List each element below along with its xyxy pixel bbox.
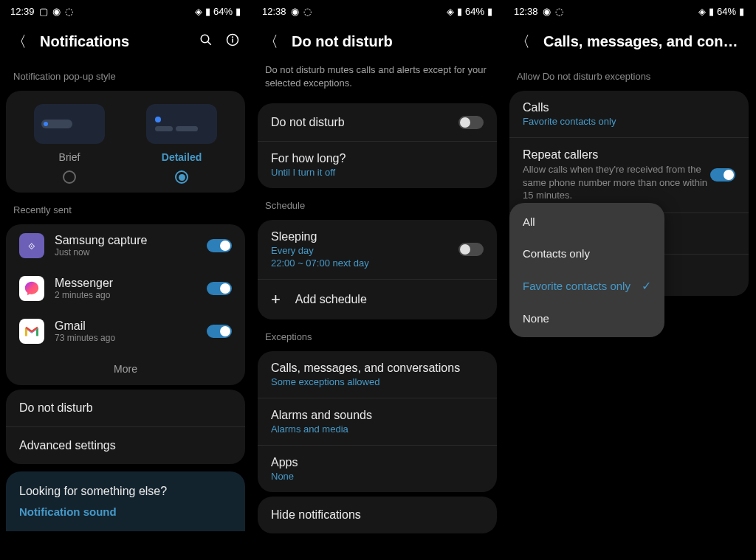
- battery-icon: ▮: [487, 6, 492, 17]
- dnd-description: Do not disturb mutes calls and alerts ex…: [252, 63, 503, 99]
- status-time: 12:38: [514, 6, 538, 17]
- add-schedule-row[interactable]: + Add schedule: [258, 280, 497, 319]
- status-bar: 12:38 ◉ ◌ ◈ ▮ 64% ▮: [252, 0, 503, 21]
- messenger-app-icon: [19, 276, 44, 301]
- apps-row[interactable]: Apps None: [258, 446, 497, 492]
- wifi-icon: ◈: [195, 6, 202, 17]
- brief-label: Brief: [59, 151, 80, 163]
- calls-title: Calls: [523, 101, 735, 114]
- radio-brief[interactable]: [63, 170, 76, 184]
- sleeping-title: Sleeping: [271, 230, 458, 243]
- dnd-toggle-label: Do not disturb: [271, 116, 458, 129]
- alarms-row[interactable]: Alarms and sounds Alarms and media: [258, 398, 497, 446]
- schedule-label: Schedule: [252, 193, 503, 215]
- screen-notifications: 12:39 ▢ ◉ ◌ ◈ ▮ 64% ▮ 〈 Notifications No…: [0, 0, 252, 560]
- sleeping-toggle[interactable]: [458, 243, 484, 256]
- info-icon[interactable]: [226, 33, 239, 50]
- status-time: 12:39: [10, 6, 35, 17]
- app-name: Samsung capture: [55, 234, 196, 247]
- app-toggle[interactable]: [207, 282, 232, 295]
- header: 〈 Do not disturb: [252, 21, 503, 63]
- signal-icon: ▮: [457, 6, 462, 17]
- how-long-subtitle: Until I turn it off: [271, 167, 484, 178]
- dnd-toggle[interactable]: [458, 116, 484, 129]
- battery-percent: 64%: [465, 6, 484, 17]
- app-time: Just now: [55, 247, 196, 257]
- apps-subtitle: None: [271, 471, 484, 482]
- messenger-icon: ◉: [291, 6, 299, 17]
- how-long-title: For how long?: [271, 152, 484, 165]
- allow-exceptions-label: Allow Do not disturb exceptions: [504, 63, 755, 86]
- app-row-gmail[interactable]: Gmail 73 minutes ago: [6, 310, 245, 353]
- radio-detailed[interactable]: [175, 170, 188, 184]
- highlight-title: Looking for something else?: [19, 485, 232, 498]
- add-schedule-label: Add schedule: [295, 293, 367, 306]
- settings-card: Do not disturb Advanced settings: [6, 390, 245, 464]
- hide-card: Hide notifications: [258, 497, 497, 533]
- how-long-row[interactable]: For how long? Until I turn it off: [258, 142, 497, 188]
- highlight-card: Looking for something else? Notification…: [6, 471, 245, 531]
- sleeping-line1: Every day: [271, 245, 458, 256]
- app-time: 2 minutes ago: [55, 290, 196, 300]
- signal-icon: ▮: [205, 6, 210, 17]
- plus-icon: +: [271, 290, 281, 309]
- battery-percent: 64%: [213, 6, 233, 17]
- svg-point-0: [201, 35, 209, 43]
- wifi-icon: ◈: [447, 6, 454, 17]
- apps-title: Apps: [271, 456, 484, 469]
- alarms-title: Alarms and sounds: [271, 409, 484, 422]
- app-toggle[interactable]: [207, 239, 232, 252]
- advanced-row[interactable]: Advanced settings: [6, 427, 245, 464]
- more-button[interactable]: More: [6, 353, 245, 385]
- calls-msgs-subtitle: Some exceptions allowed: [271, 376, 484, 387]
- app-row-messenger[interactable]: Messenger 2 minutes ago: [6, 267, 245, 310]
- dropdown-favorite[interactable]: Favorite contacts only ✓: [509, 269, 664, 303]
- brief-preview: [34, 104, 105, 144]
- svg-line-1: [207, 41, 211, 45]
- chat-icon: ◌: [303, 6, 312, 17]
- page-title: Do not disturb: [292, 33, 491, 50]
- back-icon[interactable]: 〈: [12, 32, 27, 52]
- repeat-title: Repeat callers: [523, 148, 710, 162]
- search-icon[interactable]: [199, 33, 213, 50]
- schedule-card: Sleeping Every day 22:00 ~ 07:00 next da…: [258, 220, 497, 319]
- calls-row[interactable]: Calls Favorite contacts only: [509, 91, 749, 138]
- popup-option-detailed[interactable]: Detailed: [146, 104, 217, 184]
- samsung-capture-icon: ⟐: [19, 233, 44, 258]
- chat-icon: ◌: [555, 6, 563, 17]
- page-title: Calls, messages, and conversa…: [543, 33, 743, 50]
- back-icon[interactable]: 〈: [515, 32, 530, 52]
- screen-calls-exceptions: 12:38 ◉ ◌ ◈ ▮ 64% ▮ 〈 Calls, messages, a…: [504, 0, 755, 560]
- screen-dnd: 12:38 ◉ ◌ ◈ ▮ 64% ▮ 〈 Do not disturb Do …: [252, 0, 504, 560]
- dropdown-all[interactable]: All: [509, 206, 664, 238]
- recently-sent-card: ⟐ Samsung capture Just now Messenger 2 m…: [6, 224, 245, 385]
- back-icon[interactable]: 〈: [264, 32, 278, 52]
- repeat-toggle[interactable]: [710, 168, 735, 182]
- messenger-icon: ◉: [543, 6, 551, 17]
- status-bar: 12:39 ▢ ◉ ◌ ◈ ▮ 64% ▮: [0, 0, 251, 21]
- app-time: 73 minutes ago: [55, 333, 196, 343]
- dropdown-contacts[interactable]: Contacts only: [509, 238, 664, 269]
- sleeping-line2: 22:00 ~ 07:00 next day: [271, 257, 458, 269]
- highlight-link[interactable]: Notification sound: [19, 505, 232, 518]
- hide-row[interactable]: Hide notifications: [258, 497, 497, 533]
- page-title: Notifications: [40, 33, 186, 50]
- popup-style-card: Brief Detailed: [6, 91, 245, 193]
- dnd-toggle-row[interactable]: Do not disturb: [258, 103, 497, 142]
- calls-subtitle: Favorite contacts only: [523, 116, 735, 127]
- header: 〈 Notifications: [0, 21, 251, 63]
- app-row-samsung[interactable]: ⟐ Samsung capture Just now: [6, 224, 245, 267]
- dnd-row[interactable]: Do not disturb: [6, 390, 245, 427]
- app-toggle[interactable]: [207, 325, 232, 338]
- repeat-callers-row[interactable]: Repeat callers Allow calls when they're …: [509, 138, 749, 213]
- popup-option-brief[interactable]: Brief: [34, 104, 105, 184]
- sleeping-row[interactable]: Sleeping Every day 22:00 ~ 07:00 next da…: [258, 220, 497, 280]
- chat-icon: ◌: [65, 6, 73, 17]
- status-bar: 12:38 ◉ ◌ ◈ ▮ 64% ▮: [504, 0, 755, 21]
- detailed-label: Detailed: [162, 151, 202, 163]
- dropdown-none[interactable]: None: [509, 303, 664, 334]
- image-icon: ▢: [39, 6, 48, 17]
- recently-sent-label: Recently sent: [0, 197, 251, 220]
- calls-msgs-row[interactable]: Calls, messages, and conversations Some …: [258, 351, 497, 398]
- app-name: Gmail: [55, 319, 196, 333]
